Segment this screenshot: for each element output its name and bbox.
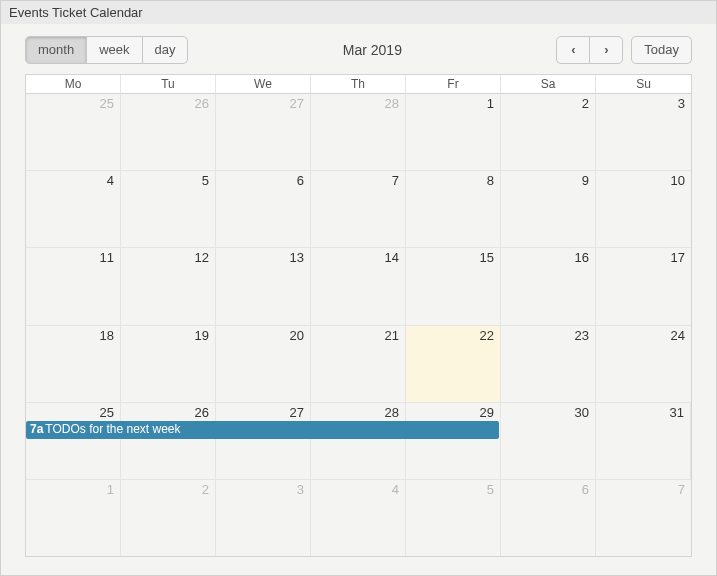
day-header: Su — [596, 75, 691, 94]
day-number: 3 — [297, 482, 304, 497]
day-number: 26 — [195, 96, 209, 111]
day-cell[interactable]: 6 — [216, 171, 311, 247]
calendar-body: month week day Mar 2019 ‹ › Today MoTuWe… — [1, 24, 716, 575]
day-cell[interactable]: 3 — [596, 94, 691, 170]
view-week-button[interactable]: week — [86, 36, 142, 64]
day-number: 24 — [671, 328, 685, 343]
day-cell[interactable]: 29 — [406, 403, 501, 479]
day-number: 20 — [290, 328, 304, 343]
day-cell[interactable]: 2 — [501, 94, 596, 170]
day-cell[interactable]: 1 — [26, 480, 121, 556]
day-cell[interactable]: 21 — [311, 326, 406, 402]
view-switcher: month week day — [25, 36, 188, 64]
day-cell[interactable]: 5 — [406, 480, 501, 556]
day-number: 16 — [575, 250, 589, 265]
day-cell[interactable]: 20 — [216, 326, 311, 402]
day-number: 28 — [385, 96, 399, 111]
day-number: 23 — [575, 328, 589, 343]
chevron-right-icon: › — [604, 42, 608, 57]
day-cell[interactable]: 25 — [26, 94, 121, 170]
day-cell[interactable]: 26 — [121, 403, 216, 479]
month-grid: MoTuWeThFrSaSu 2526272812345678910111213… — [25, 74, 692, 557]
day-cell[interactable]: 23 — [501, 326, 596, 402]
day-number: 1 — [107, 482, 114, 497]
day-cell[interactable]: 15 — [406, 248, 501, 324]
day-number: 13 — [290, 250, 304, 265]
day-number: 1 — [487, 96, 494, 111]
day-cell[interactable]: 16 — [501, 248, 596, 324]
week-row: 25262728123 — [26, 94, 691, 171]
calendar-title: Mar 2019 — [188, 42, 556, 58]
day-number: 25 — [100, 96, 114, 111]
day-number: 26 — [195, 405, 209, 420]
day-cell[interactable]: 12 — [121, 248, 216, 324]
day-cell[interactable]: 6 — [501, 480, 596, 556]
chevron-left-icon: ‹ — [571, 42, 575, 57]
week-row: 11121314151617 — [26, 248, 691, 325]
day-cell[interactable]: 11 — [26, 248, 121, 324]
view-day-button[interactable]: day — [142, 36, 189, 64]
day-number: 25 — [100, 405, 114, 420]
day-cell[interactable]: 9 — [501, 171, 596, 247]
day-cell[interactable]: 13 — [216, 248, 311, 324]
day-cell[interactable]: 2 — [121, 480, 216, 556]
day-number: 19 — [195, 328, 209, 343]
prev-button[interactable]: ‹ — [556, 36, 590, 64]
day-number: 30 — [575, 405, 589, 420]
day-header: Mo — [26, 75, 121, 94]
view-month-button[interactable]: month — [25, 36, 87, 64]
day-cell[interactable]: 24 — [596, 326, 691, 402]
day-number: 22 — [480, 328, 494, 343]
day-cell[interactable]: 30 — [501, 403, 596, 479]
day-cell[interactable]: 8 — [406, 171, 501, 247]
day-cell[interactable]: 4 — [311, 480, 406, 556]
day-header: Tu — [121, 75, 216, 94]
calendar-widget: Events Ticket Calendar month week day Ma… — [0, 0, 717, 576]
day-number: 10 — [671, 173, 685, 188]
day-cell[interactable]: 17 — [596, 248, 691, 324]
day-cell[interactable]: 19 — [121, 326, 216, 402]
day-number: 31 — [670, 405, 684, 420]
day-cell[interactable]: 22 — [406, 326, 501, 402]
calendar-toolbar: month week day Mar 2019 ‹ › Today — [25, 36, 692, 64]
weeks-container: 2526272812345678910111213141516171819202… — [26, 94, 691, 556]
calendar-event[interactable]: 7aTODOs for the next week — [26, 421, 499, 439]
day-number: 8 — [487, 173, 494, 188]
day-header: Fr — [406, 75, 501, 94]
day-number: 5 — [487, 482, 494, 497]
day-number: 21 — [385, 328, 399, 343]
day-cell[interactable]: 10 — [596, 171, 691, 247]
next-button[interactable]: › — [589, 36, 623, 64]
day-cell[interactable]: 1 — [406, 94, 501, 170]
day-cell[interactable]: 7 — [311, 171, 406, 247]
today-button[interactable]: Today — [631, 36, 692, 64]
day-number: 7 — [392, 173, 399, 188]
day-number: 2 — [582, 96, 589, 111]
day-cell[interactable]: 31 — [596, 403, 691, 479]
day-cell[interactable]: 7 — [596, 480, 691, 556]
day-number: 5 — [202, 173, 209, 188]
day-cell[interactable]: 5 — [121, 171, 216, 247]
day-number: 27 — [290, 405, 304, 420]
day-number: 2 — [202, 482, 209, 497]
day-number: 27 — [290, 96, 304, 111]
week-row: 18192021222324 — [26, 326, 691, 403]
day-header: Th — [311, 75, 406, 94]
day-cell[interactable]: 18 — [26, 326, 121, 402]
day-cell[interactable]: 28 — [311, 403, 406, 479]
day-cell[interactable]: 27 — [216, 94, 311, 170]
day-cell[interactable]: 28 — [311, 94, 406, 170]
day-cell[interactable]: 25 — [26, 403, 121, 479]
day-number: 17 — [671, 250, 685, 265]
day-cell[interactable]: 3 — [216, 480, 311, 556]
day-cell[interactable]: 27 — [216, 403, 311, 479]
day-number: 4 — [392, 482, 399, 497]
nav-group: ‹ › — [556, 36, 623, 64]
day-cell[interactable]: 4 — [26, 171, 121, 247]
day-number: 15 — [480, 250, 494, 265]
day-cell[interactable]: 26 — [121, 94, 216, 170]
event-time: 7a — [30, 422, 43, 436]
day-headers: MoTuWeThFrSaSu — [26, 75, 691, 94]
day-number: 4 — [107, 173, 114, 188]
day-cell[interactable]: 14 — [311, 248, 406, 324]
